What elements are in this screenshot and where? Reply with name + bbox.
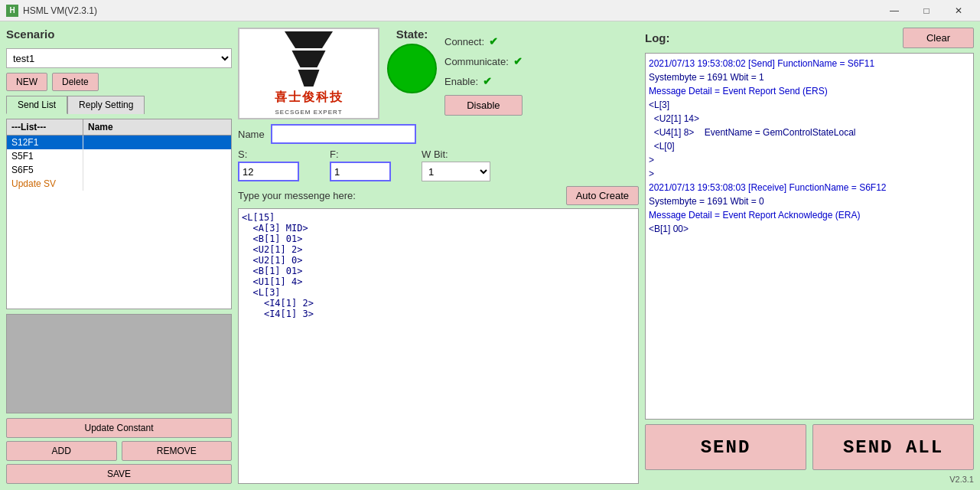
log-entry: <L[3]	[649, 98, 970, 112]
log-entry: 2021/07/13 19:53:08:03 [Receive] Functio…	[649, 181, 970, 194]
maximize-button[interactable]: □	[911, 0, 942, 21]
new-button[interactable]: NEW	[6, 73, 47, 91]
save-button[interactable]: SAVE	[6, 464, 232, 484]
list-item[interactable]: S5F1	[7, 149, 231, 163]
app-icon: H	[6, 5, 18, 17]
name-input[interactable]	[271, 124, 416, 144]
log-entry: <U2[1] 14>	[649, 112, 970, 126]
new-delete-row: NEW Delete	[6, 73, 232, 91]
log-entry: >	[649, 153, 970, 167]
list-header: ---List--- Name	[7, 119, 231, 136]
connect-label: Connect:	[444, 36, 484, 47]
log-entry: <U4[1] 8> EventName = GemControlStateLoc…	[649, 126, 970, 139]
disable-button[interactable]: Disable	[444, 95, 523, 116]
tab-bar: Send List Reply Setting	[6, 96, 232, 114]
enable-check: ✔	[483, 75, 492, 87]
send-all-button[interactable]: SEND ALL	[812, 424, 974, 470]
message-textarea[interactable]: <L[15] <A[3] MID> <B[1] 01> <U2[1] 2> <U…	[238, 208, 639, 484]
log-title: Log:	[645, 31, 669, 44]
communicate-check: ✔	[513, 55, 523, 67]
log-entry: >	[649, 167, 970, 181]
communicate-label: Communicate:	[444, 56, 509, 67]
list-item-list: S6F5	[7, 163, 83, 177]
connect-check: ✔	[489, 35, 498, 47]
scenario-title: Scenario	[6, 28, 232, 41]
right-panel: Log: Clear 2021/07/13 19:53:08:02 [Send]…	[645, 28, 974, 484]
clear-button[interactable]: Clear	[903, 28, 974, 48]
main-content: Scenario test1 NEW Delete Send List Repl…	[0, 21, 980, 490]
list-item[interactable]: S6F5	[7, 163, 231, 177]
bottom-buttons: Update Constant ADD REMOVE SAVE	[6, 418, 232, 484]
log-area: 2021/07/13 19:53:08:02 [Send] FunctionNa…	[645, 53, 974, 420]
send-list-table: ---List--- Name S12F1 S5F1 S6F5 Update S…	[6, 119, 232, 309]
enable-row: Enable: ✔	[444, 75, 523, 87]
send-button[interactable]: SEND	[645, 424, 806, 470]
add-remove-row: ADD REMOVE	[6, 441, 232, 461]
wbit-select[interactable]: 1 0	[422, 162, 490, 181]
s-input[interactable]	[238, 162, 299, 181]
version-text: V2.3.1	[645, 475, 974, 484]
update-constant-button[interactable]: Update Constant	[6, 418, 232, 438]
message-section: Type your messenge here: Auto Create <L[…	[238, 186, 639, 484]
app-title: HSML VM(V2.3.1)	[23, 5, 879, 16]
list-item-name	[83, 177, 231, 191]
list-item-name	[83, 149, 231, 163]
remove-button[interactable]: REMOVE	[122, 441, 233, 461]
titlebar: H HSML VM(V2.3.1) — □ ✕	[0, 0, 980, 21]
close-button[interactable]: ✕	[943, 0, 974, 21]
logo-box: 喜士俊科技 SECSGEM EXPERT	[238, 28, 379, 119]
state-circle	[387, 44, 437, 93]
log-entry: <B[1] 00>	[649, 222, 970, 236]
name-section: Name S: F: W Bit: 1 0	[238, 124, 639, 181]
logo-text-en: SECSGEM EXPERT	[275, 109, 342, 116]
list-header-col2: Name	[83, 119, 231, 135]
delete-button[interactable]: Delete	[52, 73, 99, 91]
list-item[interactable]: S12F1	[7, 136, 231, 149]
message-header: Type your messenge here: Auto Create	[238, 186, 639, 205]
state-section: State:	[387, 28, 437, 93]
log-entry: <L[0]	[649, 139, 970, 153]
enable-label: Enable:	[444, 76, 478, 87]
left-panel: Scenario test1 NEW Delete Send List Repl…	[6, 28, 232, 484]
log-entry: Systembyte = 1691 Wbit = 0	[649, 194, 970, 208]
wbit-group: W Bit: 1 0	[422, 149, 490, 181]
scenario-dropdown-row: test1	[6, 48, 232, 68]
list-item-name	[83, 136, 231, 149]
list-header-col1: ---List---	[7, 119, 83, 135]
middle-top: 喜士俊科技 SECSGEM EXPERT State: Connect: ✔ C…	[238, 28, 639, 119]
list-item-list: S12F1	[7, 136, 83, 149]
log-entry: Systembyte = 1691 Wbit = 1	[649, 70, 970, 84]
log-entry: Message Detail = Event Report Send (ERS)	[649, 84, 970, 98]
logo-chevron-bot	[294, 70, 324, 87]
wbit-label: W Bit:	[422, 149, 490, 160]
window-controls: — □ ✕	[879, 0, 974, 21]
minimize-button[interactable]: —	[879, 0, 910, 21]
scenario-dropdown[interactable]: test1	[6, 48, 232, 68]
gray-area	[6, 314, 232, 413]
auto-create-button[interactable]: Auto Create	[566, 186, 639, 205]
add-button[interactable]: ADD	[6, 441, 117, 461]
state-label: State:	[396, 28, 428, 41]
message-label: Type your messenge here:	[238, 190, 356, 201]
sfwbit-row: S: F: W Bit: 1 0	[238, 149, 639, 181]
f-input[interactable]	[330, 162, 391, 181]
logo-icon	[282, 31, 336, 87]
logo-chevron-top	[282, 31, 336, 48]
connect-row: Connect: ✔	[444, 35, 523, 47]
list-body: S12F1 S5F1 S6F5 Update SV	[7, 136, 231, 309]
name-row: Name	[238, 124, 639, 144]
log-entry: 2021/07/13 19:53:08:02 [Send] FunctionNa…	[649, 57, 970, 70]
tab-reply-setting[interactable]: Reply Setting	[67, 96, 145, 114]
list-item[interactable]: Update SV	[7, 177, 231, 191]
s-label: S:	[238, 149, 299, 160]
communicate-row: Communicate: ✔	[444, 55, 523, 67]
list-item-list: Update SV	[7, 177, 83, 191]
middle-panel: 喜士俊科技 SECSGEM EXPERT State: Connect: ✔ C…	[238, 28, 639, 484]
log-header: Log: Clear	[645, 28, 974, 48]
tab-send-list[interactable]: Send List	[6, 96, 67, 114]
name-label: Name	[238, 129, 265, 140]
f-group: F:	[330, 149, 391, 181]
logo-chevron-mid	[288, 51, 330, 67]
list-item-name	[83, 163, 231, 177]
list-item-list: S5F1	[7, 149, 83, 163]
